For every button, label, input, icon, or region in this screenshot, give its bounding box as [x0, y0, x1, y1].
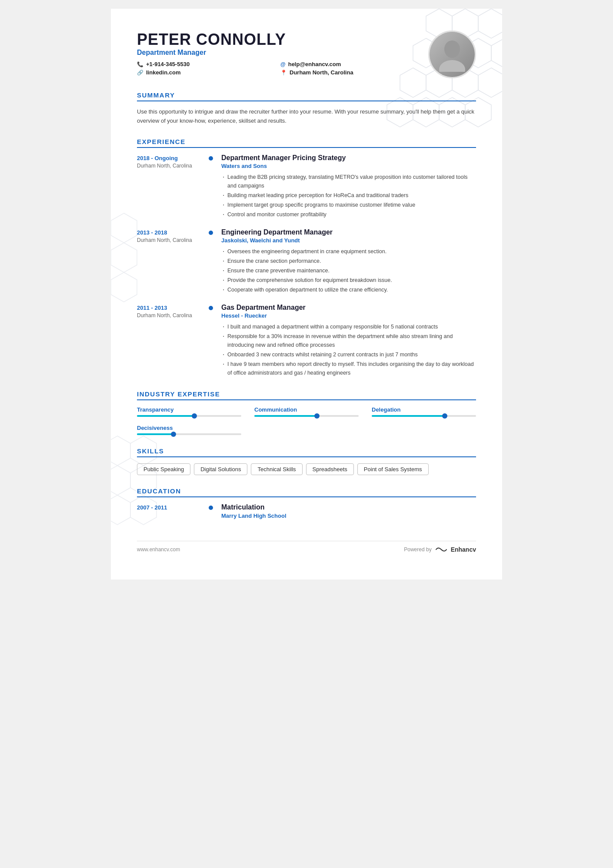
exp-role: Department Manager Pricing Strategy — [221, 154, 476, 162]
exp-bullet-item: Leading the B2B pricing strategy, transl… — [221, 173, 476, 190]
skill-bar-dot — [442, 413, 447, 419]
exp-role: Gas Department Manager — [221, 304, 476, 312]
expertise-grid: Transparency Communication Delegation De… — [137, 406, 476, 435]
skills-title: SKILLS — [137, 447, 476, 457]
svg-marker-22 — [111, 495, 130, 525]
edu-degree: Matriculation — [221, 503, 476, 511]
exp-date: 2013 - 2018 — [137, 228, 207, 236]
footer: www.enhancv.com Powered by Enhancv — [137, 541, 476, 553]
expertise-skill-item: Decisiveness — [137, 425, 241, 435]
summary-title: SUMMARY — [137, 91, 476, 101]
experience-title: EXPERIENCE — [137, 138, 476, 148]
exp-bullet-item: I built and managed a department within … — [221, 322, 476, 331]
exp-date-location: 2018 - Ongoing Durham North, Carolina — [137, 154, 207, 169]
skills-tags-container: Public SpeakingDigital SolutionsTechnica… — [137, 463, 476, 475]
education-list: 2007 - 2011 Matriculation Marry Land Hig… — [137, 503, 476, 519]
exp-bullets: Oversees the engineering department in c… — [221, 247, 476, 294]
candidate-title: Department Manager — [137, 49, 415, 57]
bullet-dot — [209, 306, 213, 310]
footer-powered: Powered by Enhancv — [404, 546, 476, 553]
exp-bullet-col — [207, 304, 215, 310]
avatar-image — [430, 32, 475, 77]
education-item: 2007 - 2011 Matriculation Marry Land Hig… — [137, 503, 476, 519]
skill-bar-dot — [314, 413, 320, 419]
exp-company: Waters and Sons — [221, 163, 476, 169]
expertise-skill-item: Delegation — [372, 406, 476, 417]
exp-bullet-item: Implement target group specific programs… — [221, 201, 476, 209]
svg-marker-18 — [111, 436, 130, 466]
exp-bullets: Leading the B2B pricing strategy, transl… — [221, 173, 476, 219]
exp-location: Durham North, Carolina — [137, 163, 207, 169]
exp-content: Gas Department Manager Hessel - Ruecker … — [215, 304, 476, 378]
skill-bar-dot — [192, 413, 197, 419]
exp-location: Durham North, Carolina — [137, 312, 207, 318]
footer-brand: Enhancv — [451, 546, 476, 553]
exp-date: 2011 - 2013 — [137, 304, 207, 311]
skill-tag: Public Speaking — [137, 463, 190, 475]
skill-bar-track — [254, 415, 359, 417]
svg-marker-16 — [111, 243, 137, 272]
exp-content: Engineering Department Manager Jaskolski… — [215, 228, 476, 295]
experience-item: 2011 - 2013 Durham North, Carolina Gas D… — [137, 304, 476, 378]
location-icon: 📍 — [280, 70, 287, 76]
edu-content: Matriculation Marry Land High School — [215, 503, 476, 519]
expertise-skill-label: Communication — [254, 406, 359, 413]
svg-marker-15 — [111, 213, 137, 243]
phone-contact: 📞 +1-914-345-5530 — [137, 61, 272, 67]
svg-marker-20 — [111, 466, 130, 495]
exp-bullet-item: Ensure the crane preventive maintenance. — [221, 266, 476, 275]
exp-date-location: 2013 - 2018 Durham North, Carolina — [137, 228, 207, 243]
exp-bullet-item: Provide the comprehensive solution for e… — [221, 276, 476, 285]
education-title: EDUCATION — [137, 487, 476, 497]
experience-list: 2018 - Ongoing Durham North, Carolina De… — [137, 154, 476, 378]
edu-bullet-dot — [209, 506, 213, 510]
exp-bullets: I built and managed a department within … — [221, 322, 476, 377]
svg-point-25 — [439, 60, 465, 72]
exp-location: Durham North, Carolina — [137, 237, 207, 243]
edu-bullet-col — [207, 503, 215, 510]
svg-marker-2 — [478, 9, 502, 38]
bullet-dot — [209, 231, 213, 235]
skill-bar-track — [137, 433, 241, 435]
bullet-dot — [209, 156, 213, 161]
email-icon: @ — [280, 61, 286, 67]
header-info: PETER CONNOLLY Department Manager 📞 +1-9… — [137, 30, 415, 76]
expertise-skill-item: Transparency — [137, 406, 241, 417]
skill-bar-dot — [171, 432, 176, 437]
candidate-name: PETER CONNOLLY — [137, 30, 415, 49]
contact-grid: 📞 +1-914-345-5530 @ help@enhancv.com 🔗 l… — [137, 61, 415, 76]
exp-bullet-item: Building market leading price perception… — [221, 191, 476, 200]
summary-text: Use this opportunity to intrigue and dra… — [137, 107, 476, 126]
svg-point-24 — [444, 40, 460, 58]
exp-company: Jaskolski, Waelchi and Yundt — [221, 237, 476, 244]
exp-bullet-item: I have 9 team members who report directl… — [221, 360, 476, 377]
exp-company: Hessel - Ruecker — [221, 312, 476, 319]
footer-url: www.enhancv.com — [137, 546, 180, 553]
experience-item: 2013 - 2018 Durham North, Carolina Engin… — [137, 228, 476, 295]
skill-bar-fill — [254, 415, 317, 417]
exp-bullet-item: Responsible for a 30% increase in revenu… — [221, 332, 476, 349]
skill-bar-fill — [137, 433, 173, 435]
industry-expertise-section: INDUSTRY EXPERTISE Transparency Communic… — [137, 390, 476, 435]
exp-date: 2018 - Ongoing — [137, 154, 207, 161]
edu-date-col: 2007 - 2011 — [137, 503, 207, 511]
skills-section: SKILLS Public SpeakingDigital SolutionsT… — [137, 447, 476, 475]
skill-tag: Technical Skills — [251, 463, 302, 475]
edu-date: 2007 - 2011 — [137, 503, 207, 511]
expertise-skill-label: Delegation — [372, 406, 476, 413]
exp-bullet-col — [207, 228, 215, 235]
experience-item: 2018 - Ongoing Durham North, Carolina De… — [137, 154, 476, 220]
phone-icon: 📞 — [137, 61, 143, 67]
exp-bullet-item: Onboarded 3 new contracts whilst retaini… — [221, 350, 476, 359]
header-section: PETER CONNOLLY Department Manager 📞 +1-9… — [137, 30, 476, 78]
exp-content: Department Manager Pricing Strategy Wate… — [215, 154, 476, 220]
skill-bar-track — [372, 415, 476, 417]
exp-bullet-item: Oversees the engineering department in c… — [221, 247, 476, 256]
summary-section: SUMMARY Use this opportunity to intrigue… — [137, 91, 476, 126]
location-contact: 📍 Durham North, Carolina — [280, 69, 415, 76]
skill-tag: Digital Solutions — [194, 463, 247, 475]
skill-tag: Spreadsheets — [306, 463, 354, 475]
avatar — [428, 30, 476, 78]
skill-bar-track — [137, 415, 241, 417]
exp-bullet-col — [207, 154, 215, 161]
